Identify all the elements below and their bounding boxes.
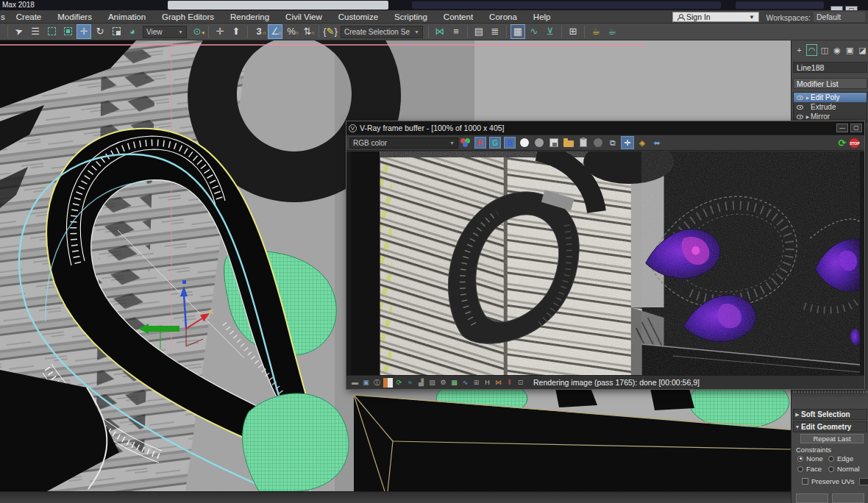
vfb-pixel-info-icon[interactable]: ⊞ — [472, 378, 481, 388]
render-setup-icon[interactable]: ☕ — [588, 24, 603, 39]
region-render-icon[interactable]: ◈ — [636, 136, 649, 149]
constraint-normal-radio[interactable] — [828, 466, 834, 472]
schematic-view-icon[interactable]: ⊻ — [543, 24, 558, 39]
vfb-titlebar[interactable]: V V-Ray frame buffer - [100% of 1000 x 4… — [346, 121, 864, 135]
select-and-move-icon[interactable]: ✛ — [77, 24, 91, 39]
window-crossing-icon[interactable] — [60, 24, 75, 39]
menu-corona[interactable]: Corona — [481, 13, 525, 21]
vfb-stamp-icon[interactable]: ≈ — [405, 378, 415, 388]
vfb-histogram-icon[interactable]: ▟ — [416, 378, 426, 388]
workspace-dropdown[interactable]: Default — [814, 12, 865, 22]
vray-frame-buffer-window[interactable]: V V-Ray frame buffer - [100% of 1000 x 4… — [346, 121, 865, 390]
named-selection-sets-dropdown[interactable]: Create Selection Se ▼ — [341, 26, 423, 38]
angle-snap-toggle-icon[interactable]: ∠∩ — [268, 24, 282, 39]
select-and-rotate-icon[interactable]: ↻ — [93, 24, 107, 39]
menu-rendering[interactable]: Rendering — [222, 13, 277, 21]
vfb-ab-compare-icon[interactable] — [383, 378, 393, 388]
material-editor-icon[interactable]: ⊞ — [566, 24, 580, 39]
rectangular-selection-region-icon[interactable] — [44, 24, 59, 39]
hierarchy-tab-icon[interactable]: ◫ — [819, 44, 830, 56]
save-image-icon[interactable] — [547, 136, 561, 149]
partial-create-button[interactable] — [796, 493, 828, 503]
vfb-stereo-bars-icon[interactable]: ‖ — [505, 378, 514, 388]
render-frame-window-icon[interactable]: ☕ — [605, 24, 619, 39]
menu-civil-view[interactable]: Civil View — [277, 13, 330, 21]
stop-render-button[interactable]: STOP — [849, 138, 860, 149]
sign-in-button[interactable]: Sign In ▼ — [672, 12, 759, 22]
percent-snap-toggle-icon[interactable]: %∩ — [284, 24, 299, 39]
vfb-force-update-icon[interactable]: ⟳ — [394, 378, 404, 388]
menu-graph-editors[interactable]: Graph Editors — [154, 13, 222, 21]
preserve-uvs-settings-button[interactable] — [859, 478, 868, 485]
align-icon[interactable]: ≡ — [449, 24, 463, 39]
mirror-icon[interactable]: ⋈ — [433, 24, 447, 39]
vfb-settings-gear-icon[interactable]: ⚙ — [438, 378, 448, 388]
vfb-minimize-button[interactable]: — — [836, 124, 848, 132]
motion-tab-icon[interactable]: ◉ — [832, 44, 843, 56]
toggle-scene-explorer-icon[interactable]: ▤ — [472, 24, 486, 39]
select-and-place-icon[interactable]: ◕ — [125, 24, 140, 39]
compare-horizontal-icon[interactable]: ⬌ — [650, 136, 664, 149]
edit-named-selection-sets-icon[interactable]: {✎} — [323, 24, 338, 39]
utilities-tab-icon[interactable]: ◪ — [857, 44, 868, 56]
visibility-eye-icon[interactable] — [797, 105, 803, 110]
vfb-h-icon[interactable]: H — [483, 378, 492, 388]
blue-channel-button[interactable]: B — [504, 137, 516, 149]
clear-image-icon[interactable] — [591, 136, 605, 149]
repeat-last-button[interactable]: Repeat Last — [800, 434, 864, 443]
visibility-eye-icon[interactable] — [797, 96, 803, 100]
render-last-icon[interactable]: ⟳ — [836, 138, 849, 149]
menu-content[interactable]: Content — [435, 13, 481, 21]
menu-animation[interactable]: Animation — [100, 13, 154, 21]
vfb-save-all-icon[interactable]: ▬ — [350, 378, 360, 388]
constraint-none-radio[interactable] — [797, 456, 803, 462]
spinner-snap-toggle-icon[interactable]: ⇅∩ — [300, 24, 315, 39]
menu-modifiers[interactable]: Modifiers — [49, 13, 100, 21]
vfb-region-icon[interactable]: ⊡ — [516, 378, 525, 388]
modifier-list-dropdown[interactable]: Modifier List — [793, 78, 867, 89]
expand-arrow-icon[interactable]: ▶ — [805, 95, 811, 100]
menu-create[interactable]: Create — [8, 13, 50, 21]
use-pivot-point-center-icon[interactable]: ⊙▾ — [190, 24, 204, 39]
reference-coordinate-system-dropdown[interactable]: View ▼ — [143, 26, 187, 38]
green-channel-button[interactable]: G — [489, 137, 501, 149]
duplicate-to-host-icon[interactable]: ⧉ — [606, 136, 619, 149]
vfb-curve-icon[interactable]: ∿ — [460, 378, 470, 388]
vfb-channel-dropdown[interactable]: RGB color ▼ — [349, 138, 458, 149]
soft-selection-rollout[interactable]: ▶ Soft Selection — [793, 409, 867, 420]
rgb-channels-icon[interactable] — [459, 136, 472, 149]
visibility-eye-icon[interactable] — [797, 115, 803, 119]
constraint-edge-radio[interactable] — [828, 456, 834, 462]
constraint-face-radio[interactable] — [797, 466, 803, 472]
vfb-color-corrections-icon[interactable]: ▩ — [449, 378, 459, 388]
copy-to-clipboard-icon[interactable] — [577, 136, 590, 149]
expand-arrow-icon[interactable]: ▶ — [805, 114, 811, 119]
modifier-stack-row-edit-poly[interactable]: ▶ Edit Poly — [794, 93, 867, 102]
modifier-stack-row-extrude[interactable]: Extrude — [794, 102, 867, 112]
toggle-layer-explorer-icon[interactable]: ≣ — [488, 24, 502, 39]
display-tab-icon[interactable]: ▣ — [844, 44, 855, 56]
select-object-icon[interactable]: ➤ — [10, 22, 29, 41]
vfb-info-icon[interactable]: ⓘ — [372, 378, 382, 388]
alpha-channel-icon[interactable] — [518, 136, 531, 149]
menu-scripting[interactable]: Scripting — [386, 13, 435, 21]
select-by-name-icon[interactable]: ☰ — [28, 24, 43, 39]
modify-tab-icon[interactable]: ◠ — [806, 44, 817, 56]
menu-views-partial[interactable]: s — [0, 13, 8, 21]
menu-help[interactable]: Help — [525, 13, 559, 21]
red-channel-button[interactable]: R — [474, 137, 486, 149]
select-and-manipulate-icon[interactable]: ✛ — [213, 24, 227, 39]
vfb-maximize-button[interactable]: ▢ — [850, 124, 862, 132]
curve-editor-icon[interactable]: ∿ — [527, 24, 541, 39]
object-name-field[interactable]: Line188 — [793, 62, 867, 73]
select-and-scale-icon[interactable] — [109, 24, 124, 39]
preserve-uvs-checkbox[interactable] — [802, 478, 808, 485]
toggle-ribbon-icon[interactable]: ▦ — [511, 24, 525, 39]
edit-geometry-rollout[interactable]: ▼ Edit Geometry — [793, 421, 867, 432]
vfb-lens-effects-icon[interactable]: ⋈ — [494, 378, 503, 388]
snap-toggle-3d-icon[interactable]: 3∩ — [252, 24, 266, 39]
track-mouse-render-icon[interactable]: ✛ — [621, 136, 634, 149]
vfb-render-image[interactable] — [346, 151, 864, 377]
create-tab-icon[interactable]: + — [794, 44, 805, 56]
partial-collapse-button[interactable] — [832, 493, 864, 503]
